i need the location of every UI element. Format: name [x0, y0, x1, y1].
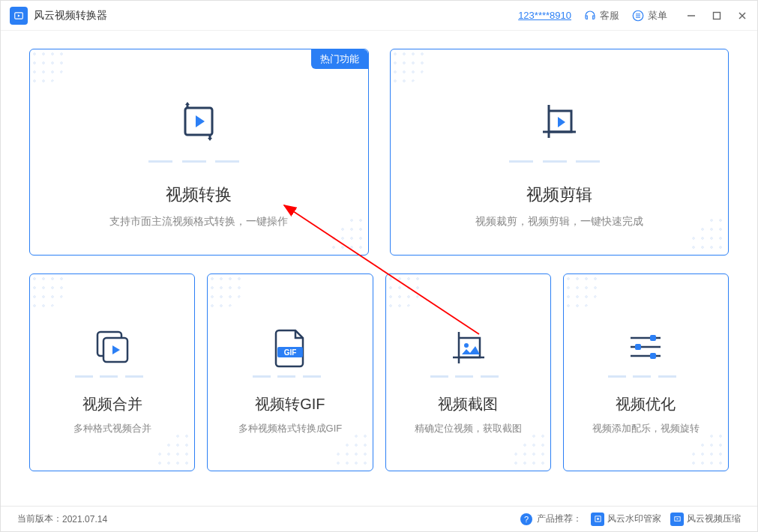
card-title: 视频截图: [438, 394, 498, 414]
menu-label: 菜单: [648, 9, 667, 22]
feature-row-top: 热门功能 视频转换 支持市面主流视频格式转换，一键操作: [29, 49, 729, 256]
app-logo-icon: [10, 7, 28, 25]
product-link-watermark[interactable]: 风云水印管家: [591, 513, 661, 526]
recommend-label: 产品推荐：: [537, 513, 582, 525]
svg-rect-10: [635, 344, 641, 350]
version-value: 2021.07.14: [62, 514, 107, 525]
card-desc: 视频添加配乐，视频旋转: [592, 422, 700, 435]
product-label: 风云视频压缩: [687, 513, 741, 525]
product-label: 风云水印管家: [607, 513, 661, 525]
version-label: 当前版本：: [17, 513, 62, 525]
card-desc: 多种格式视频合并: [73, 422, 151, 435]
app-title: 风云视频转换器: [34, 9, 107, 22]
help-icon[interactable]: ?: [520, 513, 532, 525]
svg-point-8: [464, 343, 469, 348]
video-gif-icon: GIF: [271, 309, 309, 384]
headset-icon: [583, 9, 597, 22]
card-video-optimize[interactable]: 视频优化 视频添加配乐，视频旋转: [563, 273, 729, 471]
svg-rect-2: [714, 12, 721, 19]
maximize-button[interactable]: [711, 10, 723, 22]
card-video-edit[interactable]: 视频剪辑 视频裁剪，视频剪辑，一键快速完成: [390, 49, 730, 256]
card-desc: 多种视频格式转换成GIF: [238, 422, 343, 435]
menu-button[interactable]: 菜单: [631, 9, 667, 22]
svg-rect-11: [650, 353, 656, 359]
minimize-button[interactable]: [685, 10, 697, 22]
card-video-screenshot[interactable]: 视频截图 精确定位视频，获取截图: [385, 273, 551, 471]
card-title: 视频优化: [616, 394, 676, 414]
card-video-gif[interactable]: GIF 视频转GIF 多种视频格式转换成GIF: [207, 273, 373, 471]
menu-icon: [631, 9, 645, 22]
service-label: 客服: [600, 9, 619, 22]
card-title: 视频合并: [82, 394, 142, 414]
product-link-compress[interactable]: 风云视频压缩: [670, 513, 741, 526]
account-id-link[interactable]: 123****8910: [518, 10, 571, 21]
card-desc: 精确定位视频，获取截图: [415, 422, 522, 435]
card-title: 视频转GIF: [255, 394, 325, 414]
customer-service-button[interactable]: 客服: [583, 9, 619, 22]
card-video-convert[interactable]: 热门功能 视频转换 支持市面主流视频格式转换，一键操作: [29, 49, 369, 256]
video-convert-icon: [175, 76, 223, 166]
video-screenshot-icon: [447, 309, 489, 384]
video-optimize-icon: [625, 309, 667, 384]
footer-bar: 当前版本： 2021.07.14 ? 产品推荐： 风云水印管家 风云视频压缩: [1, 506, 757, 531]
compress-icon: [670, 513, 684, 526]
video-edit-icon: [535, 76, 583, 166]
card-desc: 支持市面主流视频格式转换，一键操作: [109, 215, 288, 229]
card-title: 视频剪辑: [526, 184, 592, 206]
close-button[interactable]: [736, 10, 748, 22]
video-merge-icon: [91, 309, 133, 384]
feature-row-bottom: 视频合并 多种格式视频合并 GIF 视频转GIF 多种视频格式转换成GIF: [29, 273, 729, 471]
watermark-icon: [591, 513, 604, 526]
card-desc: 视频裁剪，视频剪辑，一键快速完成: [475, 215, 643, 229]
title-bar: 风云视频转换器 123****8910 客服 菜单: [1, 1, 757, 31]
main-content: 热门功能 视频转换 支持市面主流视频格式转换，一键操作: [1, 31, 757, 483]
hot-badge: 热门功能: [311, 49, 368, 69]
svg-rect-9: [650, 335, 656, 341]
card-title: 视频转换: [166, 184, 232, 206]
card-video-merge[interactable]: 视频合并 多种格式视频合并: [29, 273, 195, 471]
svg-text:GIF: GIF: [284, 348, 297, 357]
